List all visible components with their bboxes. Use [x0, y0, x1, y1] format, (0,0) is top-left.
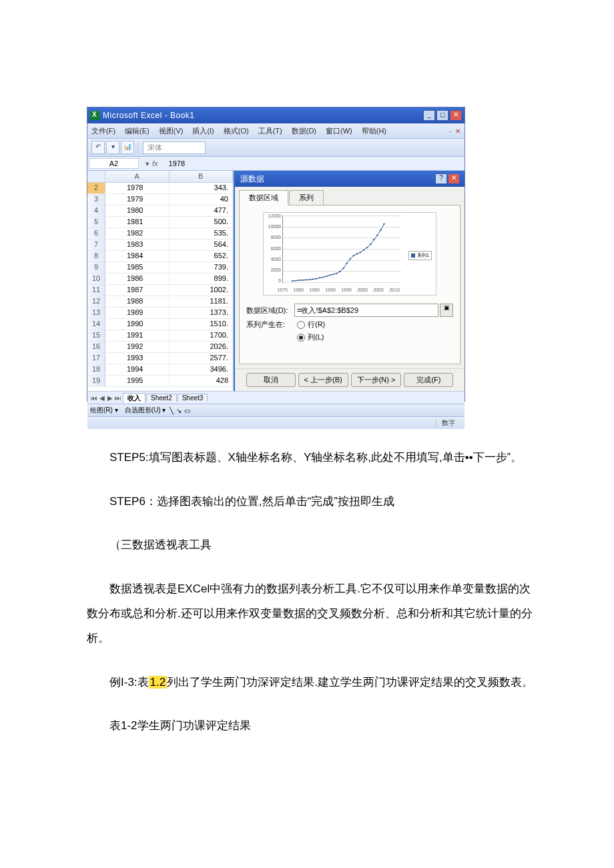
cell-value[interactable]: 1510. — [170, 319, 234, 330]
cell-value[interactable]: 739. — [170, 262, 234, 273]
cell-year[interactable]: 1981 — [105, 217, 170, 228]
row-header[interactable]: 6 — [87, 228, 105, 239]
cell-year[interactable]: 1994 — [105, 364, 170, 375]
menu-help[interactable]: 帮助(H) — [362, 126, 386, 136]
cell-year[interactable]: 1982 — [105, 228, 170, 239]
table-row[interactable]: 71983564. — [87, 240, 233, 251]
drawing-menu[interactable]: 绘图(R) ▾ — [90, 406, 118, 415]
cell-year[interactable]: 1993 — [105, 353, 170, 364]
sheet-nav-next[interactable]: ▶ — [106, 394, 114, 402]
menu-insert[interactable]: 插入(I) — [192, 126, 214, 136]
row-header[interactable]: 4 — [87, 205, 105, 216]
range-picker-button[interactable]: ▣ — [440, 304, 453, 317]
table-row[interactable]: 1219881181. — [87, 296, 233, 308]
cell-year[interactable]: 1980 — [105, 205, 170, 216]
wizard-close-button[interactable]: ✕ — [448, 174, 459, 183]
col-head-b[interactable]: B — [170, 171, 234, 182]
table-row[interactable]: 91985739. — [87, 262, 233, 274]
tab-series[interactable]: 系列 — [289, 190, 324, 205]
table-row[interactable]: 41980477. — [87, 205, 233, 217]
cell-year[interactable]: 1988 — [105, 296, 170, 307]
table-row[interactable]: 81984652. — [87, 251, 233, 262]
cell-value[interactable]: 3496. — [170, 364, 234, 375]
row-header[interactable]: 13 — [87, 308, 105, 318]
row-header[interactable]: 8 — [87, 251, 105, 262]
table-row[interactable]: 3197940 — [87, 194, 233, 205]
cell-year[interactable]: 1987 — [105, 285, 170, 296]
undo-button[interactable]: ↶ — [91, 141, 105, 154]
cell-value[interactable]: 343. — [170, 183, 234, 193]
name-box[interactable]: A2 — [89, 158, 139, 169]
table-row[interactable]: 21978343. — [87, 183, 233, 194]
sheet-tab-1[interactable]: 收入 — [123, 393, 145, 403]
radio-columns[interactable]: 列(L) — [297, 332, 325, 342]
menu-window[interactable]: 窗口(W) — [326, 126, 352, 136]
menu-tools[interactable]: 工具(T) — [258, 126, 282, 136]
cell-year[interactable]: 1991 — [105, 330, 170, 341]
line-tool-icon[interactable]: ╲ — [170, 407, 174, 414]
row-header[interactable]: 5 — [87, 217, 105, 228]
row-header[interactable]: 2 — [87, 183, 105, 193]
cell-value[interactable]: 40 — [170, 194, 234, 205]
cancel-formula-icon[interactable]: ▾ — [145, 159, 149, 168]
table-row[interactable]: 101986899. — [87, 274, 233, 285]
menu-data[interactable]: 数据(D) — [292, 126, 316, 136]
table-row[interactable]: 61982535. — [87, 228, 233, 240]
menu-file[interactable]: 文件(F) — [91, 126, 115, 136]
cell-year[interactable]: 1983 — [105, 240, 170, 250]
row-header[interactable]: 10 — [87, 274, 105, 284]
cell-value[interactable]: 535. — [170, 228, 234, 239]
sheet-nav-prev[interactable]: ◀ — [98, 394, 106, 402]
cell-value[interactable]: 564. — [170, 240, 234, 250]
row-header[interactable]: 18 — [87, 364, 105, 375]
maximize-button[interactable]: ◻ — [436, 110, 448, 121]
cell-value[interactable]: 2577. — [170, 353, 234, 364]
row-header[interactable]: 14 — [87, 319, 105, 330]
cell-year[interactable]: 1984 — [105, 251, 170, 262]
table-row[interactable]: 1319891373. — [87, 308, 233, 319]
sheet-nav-first[interactable]: ⏮ — [90, 394, 98, 402]
redo-dropdown[interactable]: ▾ — [106, 141, 119, 154]
table-row[interactable]: 1519911700. — [87, 330, 233, 342]
data-range-input[interactable] — [294, 304, 438, 317]
cell-year[interactable]: 1992 — [105, 342, 170, 352]
select-all-corner[interactable] — [87, 171, 105, 182]
wizard-finish-button[interactable]: 完成(F) — [404, 373, 453, 387]
wizard-next-button[interactable]: 下一步(N) > — [351, 373, 402, 387]
row-header[interactable]: 16 — [87, 342, 105, 352]
cell-value[interactable]: 899. — [170, 274, 234, 284]
table-row[interactable]: 1119871002. — [87, 285, 233, 296]
cell-value[interactable]: 1181. — [170, 296, 234, 307]
cell-value[interactable]: 2026. — [170, 342, 234, 352]
cell-value[interactable]: 477. — [170, 205, 234, 216]
rect-tool-icon[interactable]: ▭ — [184, 407, 190, 414]
row-header[interactable]: 12 — [87, 296, 105, 307]
menu-view[interactable]: 视图(V) — [159, 126, 184, 136]
menu-format[interactable]: 格式(O) — [224, 126, 249, 136]
row-header[interactable]: 7 — [87, 240, 105, 250]
fx-icon[interactable]: fx — [152, 159, 158, 168]
cell-year[interactable]: 1985 — [105, 262, 170, 273]
wizard-help-button[interactable]: ? — [435, 173, 447, 184]
table-row[interactable]: 51981500. — [87, 217, 233, 228]
sheet-nav-last[interactable]: ⏭ — [114, 394, 122, 402]
radio-rows[interactable]: 行(R) — [297, 320, 325, 330]
cell-year[interactable]: 1989 — [105, 308, 170, 318]
autoshapes-menu[interactable]: 自选图形(U) ▾ — [125, 406, 166, 415]
arrow-tool-icon[interactable]: ↘ — [176, 407, 182, 414]
table-row[interactable]: 1719932577. — [87, 353, 233, 364]
row-header[interactable]: 3 — [87, 194, 105, 205]
row-header[interactable]: 19 — [87, 376, 105, 386]
chart-wizard-button[interactable]: 📊 — [121, 141, 134, 154]
cell-value[interactable]: 428 — [170, 376, 234, 386]
doc-close-icon[interactable]: ✕ — [455, 127, 460, 135]
table-row[interactable]: 1419901510. — [87, 319, 233, 330]
cell-year[interactable]: 1978 — [105, 183, 170, 193]
cell-value[interactable]: 1700. — [170, 330, 234, 341]
cell-year[interactable]: 1979 — [105, 194, 170, 205]
cell-year[interactable]: 1990 — [105, 319, 170, 330]
minimize-button[interactable]: _ — [423, 110, 435, 121]
cell-value[interactable]: 1002. — [170, 285, 234, 296]
sheet-tab-2[interactable]: Sheet2 — [146, 394, 177, 402]
row-header[interactable]: 9 — [87, 262, 105, 273]
